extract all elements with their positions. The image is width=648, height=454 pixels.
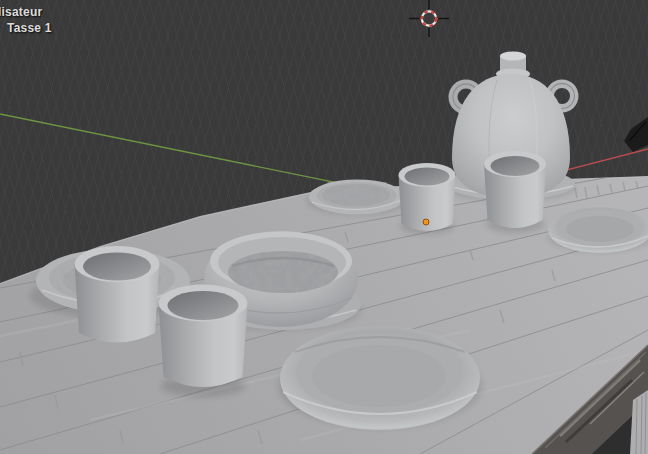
camera-object[interactable] [624, 117, 648, 152]
cup-left[interactable] [75, 246, 160, 343]
active-object-label: Tasse 1 [7, 21, 52, 35]
origin-point-icon[interactable] [423, 219, 429, 225]
cup-right[interactable] [484, 151, 546, 233]
cup-active[interactable] [399, 163, 456, 234]
viewport-scene-canvas[interactable] [0, 0, 648, 454]
cup-interior [168, 291, 239, 320]
cursor-crosshair [409, 0, 449, 37]
plate-front[interactable] [278, 326, 482, 430]
viewport-view-label: lisateur [0, 5, 42, 19]
plate-right[interactable] [548, 207, 648, 253]
blender-3d-viewport[interactable]: lisateur Tasse 1 [0, 0, 648, 454]
cup-front[interactable] [159, 285, 248, 398]
teapot-lid-top [500, 52, 526, 61]
plate-center [312, 345, 446, 407]
3d-cursor-icon [409, 0, 449, 37]
plate-center [566, 216, 634, 242]
flat-plate-back[interactable] [307, 180, 407, 216]
plate-center-textured [322, 184, 390, 206]
cup-interior [405, 168, 450, 186]
cup-interior [491, 156, 540, 176]
cup-interior [83, 253, 151, 281]
